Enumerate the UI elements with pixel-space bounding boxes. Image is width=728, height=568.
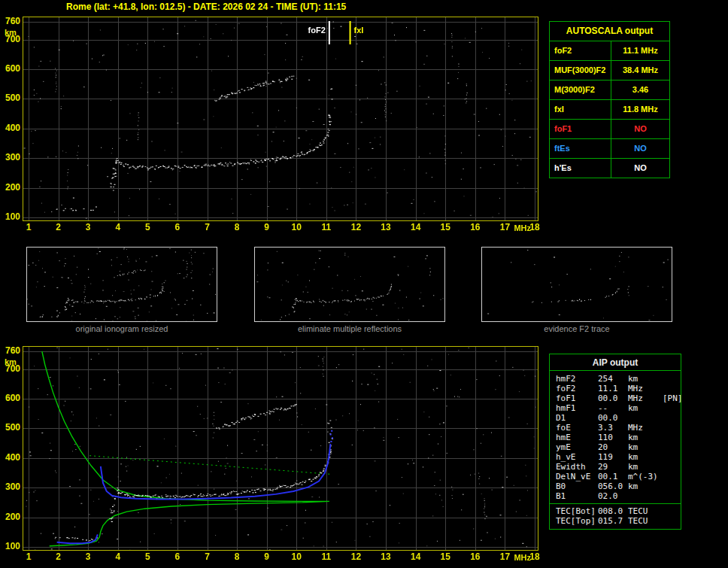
autoscala-param-label: M(3000)F2 xyxy=(550,80,611,99)
aip-param-unit xyxy=(628,491,663,501)
autoscala-param-label: h'Es xyxy=(550,159,611,178)
autoscala-row-fof2: foF211.1 MHz xyxy=(550,41,669,60)
x-tick-label: 15 xyxy=(434,552,457,562)
aip-row-hme: hmE110km xyxy=(550,433,681,442)
y-axis-unit-label: km xyxy=(5,357,17,366)
autoscala-param-label: ftEs xyxy=(550,139,611,158)
aip-param-value: 02.0 xyxy=(598,491,628,501)
ionogram-scaled-canvas xyxy=(23,17,538,220)
aip-param-value: 015.7 xyxy=(598,516,628,526)
aip-param-unit: km xyxy=(628,403,663,413)
x-tick-label: 14 xyxy=(405,223,427,232)
aip-param-value: 00.0 xyxy=(598,413,628,423)
y-tick-label: 760 xyxy=(0,346,20,356)
aip-param-name: TEC[Top] xyxy=(550,516,598,526)
aip-param-name: hmE xyxy=(550,433,598,442)
aip-param-unit: MHz xyxy=(628,384,663,393)
y-tick-label: 200 xyxy=(0,183,20,193)
x-tick-label: 2 xyxy=(47,223,70,232)
aip-param-name: ymE xyxy=(550,442,598,452)
aip-param-name: B1 xyxy=(550,491,598,501)
aip-param-unit: m^(-3) xyxy=(628,472,663,481)
autoscala-row-fof1: foF1NO xyxy=(550,119,669,138)
x-tick-label: 15 xyxy=(434,223,457,232)
aip-param-unit: km xyxy=(628,452,663,462)
autoscala-row-fxi: fxI11.8 MHz xyxy=(550,99,669,119)
x-tick-label: 17 xyxy=(493,552,516,562)
aip-param-value: 056.0 xyxy=(598,481,628,491)
aip-param-value: 29 xyxy=(598,462,628,472)
autoscala-param-label: foF2 xyxy=(550,41,611,60)
thumbnail-f2-canvas xyxy=(482,248,672,321)
aip-param-value: 254 xyxy=(598,374,628,384)
x-tick-label: 5 xyxy=(136,223,159,232)
aip-row-fof2: foF211.1MHz xyxy=(550,384,681,393)
aip-param-value: -- xyxy=(598,403,628,413)
autoscala-param-label: fxI xyxy=(550,100,611,119)
autoscala-param-value: 38.4 MHz xyxy=(611,61,669,80)
x-tick-label: 10 xyxy=(285,223,308,232)
aip-param-name: h_vE xyxy=(550,452,598,462)
autoscala-output-table: AUTOSCALA output foF211.1 MHzMUF(3000)F2… xyxy=(549,21,670,178)
thumbnail-caption-f2: evidence F2 trace xyxy=(481,324,672,333)
aip-param-flag: [PN] xyxy=(663,393,683,403)
y-tick-label: 100 xyxy=(0,212,20,222)
x-tick-label: 2 xyxy=(47,552,70,562)
y-tick-label: 400 xyxy=(0,453,20,463)
aip-param-value: 110 xyxy=(598,433,628,442)
aip-param-name: TEC[Bot] xyxy=(550,506,598,516)
y-axis-unit-label: km xyxy=(5,28,17,37)
x-tick-label: 10 xyxy=(285,552,308,562)
thumbnail-caption-clean: eliminate multiple reflections xyxy=(254,324,445,333)
autoscala-param-label: foF1 xyxy=(550,120,611,138)
ionogram-profile-canvas xyxy=(23,347,538,550)
x-tick-label: 1 xyxy=(17,552,40,562)
autoscala-param-value: 11.1 MHz xyxy=(611,41,669,60)
aip-param-unit: MHz xyxy=(628,393,663,403)
x-axis-unit-label: MHz xyxy=(514,553,531,562)
aip-table-title: AIP output xyxy=(550,354,681,371)
thumbnail-clean-ionogram xyxy=(254,247,445,322)
x-tick-label: 11 xyxy=(315,552,338,562)
fof2-marker-label: foF2 xyxy=(293,26,326,35)
x-tick-label: 1 xyxy=(17,223,40,232)
autoscala-table-title: AUTOSCALA output xyxy=(550,22,669,41)
x-tick-label: 6 xyxy=(166,223,189,232)
aip-param-value: 008.0 xyxy=(598,506,628,516)
aip-param-unit: km xyxy=(628,374,663,384)
autoscala-param-value: NO xyxy=(611,139,669,158)
aip-table-tec-rows: TEC[Bot]008.0TECUTEC[Top]015.7TECU xyxy=(550,503,681,529)
aip-param-unit: km xyxy=(628,481,663,491)
thumbnail-clean-canvas xyxy=(255,248,444,321)
aip-row-b0: B0056.0km xyxy=(550,481,681,491)
x-tick-label: 9 xyxy=(256,223,278,232)
x-tick-label: 13 xyxy=(375,552,397,562)
aip-param-name: B0 xyxy=(550,481,598,491)
aip-row-delnve: DelN_vE00.1m^(-3) xyxy=(550,472,681,481)
x-tick-label: 3 xyxy=(77,552,99,562)
y-tick-label: 400 xyxy=(0,123,20,133)
thumbnail-original-ionogram xyxy=(26,247,217,322)
aip-row-hmf1: hmF1--km xyxy=(550,403,681,413)
y-tick-label: 100 xyxy=(0,542,20,551)
page-title: Rome (lat: +41.8, lon: 012.5) - DATE: 20… xyxy=(66,2,346,12)
ionogram-plot-profile xyxy=(23,346,538,551)
x-tick-label: 4 xyxy=(107,552,129,562)
x-tick-label: 12 xyxy=(344,223,367,232)
x-tick-label: 17 xyxy=(493,223,516,232)
x-tick-label: 13 xyxy=(375,223,397,232)
aip-param-value: 11.1 xyxy=(598,384,628,393)
aip-param-value: 00.0 xyxy=(598,393,628,403)
x-tick-label: 5 xyxy=(136,552,159,562)
autoscala-param-value: NO xyxy=(611,159,669,178)
x-tick-label: 7 xyxy=(196,552,219,562)
aip-param-value: 00.1 xyxy=(598,472,628,481)
aip-row-foe: foE3.3MHz xyxy=(550,423,681,433)
autoscala-row-hes: h'EsNO xyxy=(550,158,669,178)
autoscala-param-value: 11.8 MHz xyxy=(611,100,669,119)
aip-row-tectop: TEC[Top]015.7TECU xyxy=(550,516,681,526)
y-tick-label: 500 xyxy=(0,93,20,103)
y-tick-label: 200 xyxy=(0,512,20,522)
aip-param-name: foF1 xyxy=(550,393,598,403)
aip-table-rows: hmF2254kmfoF211.1MHzfoF100.0MHz[PN]hmF1-… xyxy=(550,371,681,503)
